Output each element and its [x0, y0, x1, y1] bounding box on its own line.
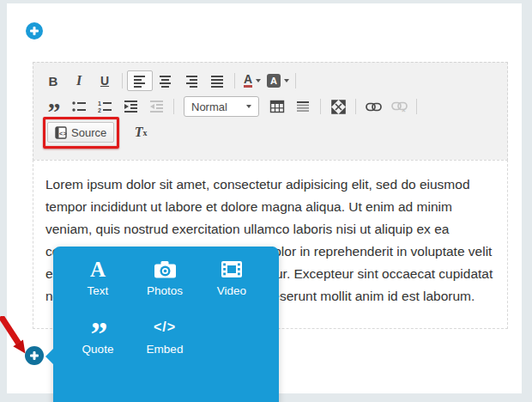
numbered-list-button[interactable]: 12 — [92, 96, 118, 117]
toolbar-separator — [295, 73, 296, 88]
plus-icon — [30, 27, 39, 35]
insert-table-button[interactable] — [264, 96, 290, 117]
insert-menu-item-embed[interactable]: </> Embed — [131, 316, 198, 357]
embed-icon: </> — [154, 316, 176, 338]
editor-toolbar: B I U A — [33, 62, 508, 161]
insert-menu-item-video[interactable]: Video — [198, 258, 265, 299]
unlink-icon: × — [391, 101, 408, 113]
table-icon — [269, 100, 285, 113]
decrease-indent-button[interactable] — [143, 96, 169, 117]
video-icon — [221, 258, 243, 280]
quote-icon: ” — [91, 316, 106, 338]
svg-text:<>: <> — [59, 129, 67, 137]
paragraph-format-dropdown[interactable]: Normal — [184, 96, 259, 117]
align-right-icon — [184, 74, 198, 88]
insert-menu-item-text[interactable]: A Text — [64, 258, 131, 299]
source-code-icon: <> — [55, 126, 67, 139]
toolbar-separator — [355, 99, 356, 114]
toolbar-row-3: <> Source Tx — [40, 121, 507, 143]
source-button-label: Source — [71, 126, 106, 139]
add-content-button-bottom[interactable] — [25, 346, 44, 365]
link-button[interactable] — [360, 96, 386, 117]
insert-menu-item-photos[interactable]: Photos — [131, 258, 198, 299]
svg-text:×: × — [402, 107, 406, 113]
align-center-icon — [159, 74, 172, 88]
content-card: B I U A — [7, 3, 522, 393]
toolbar-separator — [234, 73, 235, 88]
underline-button[interactable]: U — [92, 70, 118, 91]
bulleted-list-icon — [72, 100, 87, 113]
popup-pointer — [45, 348, 54, 365]
toolbar-separator — [320, 99, 321, 114]
numbered-list-icon: 12 — [98, 100, 112, 113]
svg-text:2: 2 — [98, 107, 101, 113]
align-justify-icon — [210, 74, 224, 88]
insert-menu-item-quote[interactable]: ” Quote — [64, 316, 131, 357]
increase-indent-button[interactable] — [118, 96, 143, 117]
bold-button[interactable]: B — [40, 70, 66, 91]
insert-content-popup: A Text Photos Video ” Quote </> — [53, 247, 279, 402]
remove-format-icon: T — [135, 125, 143, 140]
source-button[interactable]: <> Source — [47, 122, 114, 143]
paragraph-format-value: Normal — [191, 100, 227, 113]
maximize-icon — [331, 100, 346, 114]
toolbar-row-2: ” 12 Normal — [40, 95, 507, 118]
unlink-button[interactable]: × — [386, 96, 412, 117]
blockquote-button[interactable]: ” — [40, 96, 66, 117]
text-icon: A — [90, 258, 106, 280]
align-justify-button[interactable] — [204, 70, 230, 91]
background-color-icon: A — [267, 74, 281, 88]
background-color-button[interactable]: A — [265, 70, 291, 91]
increase-indent-icon — [124, 100, 138, 113]
toolbar-row-1: B I U A — [40, 70, 507, 92]
chevron-down-icon — [246, 105, 251, 108]
toolbar-separator — [416, 99, 417, 114]
text-color-button[interactable]: A — [239, 70, 265, 91]
italic-button[interactable]: I — [66, 70, 92, 91]
horizontal-rule-icon — [296, 100, 310, 113]
align-center-button[interactable] — [153, 70, 178, 91]
align-left-button[interactable] — [127, 70, 153, 91]
chevron-down-icon — [256, 79, 261, 82]
align-right-button[interactable] — [178, 70, 204, 91]
chevron-down-icon — [284, 79, 289, 82]
maximize-button[interactable] — [325, 96, 351, 117]
photos-icon — [154, 258, 177, 280]
horizontal-rule-button[interactable] — [290, 96, 316, 117]
toolbar-separator — [173, 99, 174, 114]
decrease-indent-icon — [149, 100, 164, 113]
add-content-button-top[interactable] — [26, 22, 43, 40]
svg-text:1: 1 — [98, 100, 101, 107]
insert-menu-grid: A Text Photos Video ” Quote </> — [53, 247, 279, 357]
bulleted-list-button[interactable] — [66, 96, 92, 117]
text-color-icon: A — [244, 74, 252, 88]
toolbar-separator — [122, 73, 123, 88]
remove-format-button[interactable]: Tx — [128, 122, 154, 143]
align-left-icon — [133, 74, 147, 88]
plus-icon — [30, 351, 39, 360]
link-icon — [366, 102, 382, 112]
